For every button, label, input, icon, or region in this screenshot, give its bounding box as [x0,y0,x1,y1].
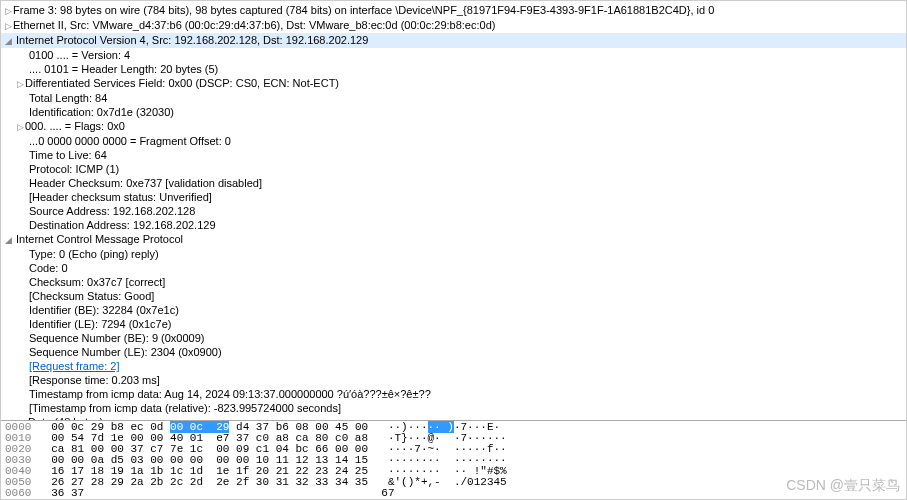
packet-details-pane[interactable]: ▷Frame 3: 98 bytes on wire (784 bits), 9… [1,1,906,421]
expand-icon[interactable]: ▷ [15,77,25,91]
ip-flags-row[interactable]: ▷000. .... = Flags: 0x0 [1,119,906,134]
eth-label: Ethernet II, Src: VMware_d4:37:b6 (00:0c… [13,19,495,31]
ip-row[interactable]: ◢ Internet Protocol Version 4, Src: 192.… [1,33,906,48]
icmp-id-le-row[interactable]: Identifier (LE): 7294 (0x1c7e) [1,317,906,331]
icmp-ts-rel-row[interactable]: [Timestamp from icmp data (relative): -8… [1,401,906,415]
ip-id-row[interactable]: Identification: 0x7d1e (32030) [1,105,906,119]
collapse-icon[interactable]: ◢ [3,34,13,48]
expand-icon[interactable]: ▷ [3,19,13,33]
hex-offset: 0060 [5,487,31,499]
icmp-seq-be-row[interactable]: Sequence Number (BE): 9 (0x0009) [1,331,906,345]
icmp-id-be-row[interactable]: Identifier (BE): 32284 (0x7e1c) [1,303,906,317]
hex-row[interactable]: 0060 36 37 67 [1,488,906,499]
ip-hlen-row[interactable]: .... 0101 = Header Length: 20 bytes (5) [1,62,906,76]
ethernet-row[interactable]: ▷Ethernet II, Src: VMware_d4:37:b6 (00:0… [1,18,906,33]
expand-icon[interactable]: ▷ [3,4,13,18]
ip-csum-status-row[interactable]: [Header checksum status: Unverified] [1,190,906,204]
ip-frag-row[interactable]: ...0 0000 0000 0000 = Fragment Offset: 0 [1,134,906,148]
request-frame-link[interactable]: [Request frame: 2] [29,360,120,372]
icmp-csum-row[interactable]: Checksum: 0x37c7 [correct] [1,275,906,289]
ip-csum-row[interactable]: Header Checksum: 0xe737 [validation disa… [1,176,906,190]
icmp-req-frame-row[interactable]: [Request frame: 2] [1,359,906,373]
expand-icon[interactable]: ▷ [15,120,25,134]
hex-dump-pane[interactable]: 0000 00 0c 29 b8 ec 0d 00 0c 29 d4 37 b6… [1,421,906,499]
icmp-row[interactable]: ◢ Internet Control Message Protocol [1,232,906,247]
icmp-code-row[interactable]: Code: 0 [1,261,906,275]
collapse-icon[interactable]: ◢ [3,233,13,247]
frame-row[interactable]: ▷Frame 3: 98 bytes on wire (784 bits), 9… [1,3,906,18]
ip-ttl-row[interactable]: Time to Live: 64 [1,148,906,162]
icmp-type-row[interactable]: Type: 0 (Echo (ping) reply) [1,247,906,261]
ip-ds-row[interactable]: ▷Differentiated Services Field: 0x00 (DS… [1,76,906,91]
icmp-seq-le-row[interactable]: Sequence Number (LE): 2304 (0x0900) [1,345,906,359]
icmp-resp-time-row[interactable]: [Response time: 0.203 ms] [1,373,906,387]
icmp-csum-status-row[interactable]: [Checksum Status: Good] [1,289,906,303]
ip-proto-row[interactable]: Protocol: ICMP (1) [1,162,906,176]
frame-label: Frame 3: 98 bytes on wire (784 bits), 98… [13,4,714,16]
icmp-label: Internet Control Message Protocol [16,233,183,245]
ip-label: Internet Protocol Version 4, Src: 192.16… [16,34,368,46]
ip-totlen-row[interactable]: Total Length: 84 [1,91,906,105]
icmp-ts-row[interactable]: Timestamp from icmp data: Aug 14, 2024 0… [1,387,906,401]
ip-version-row[interactable]: 0100 .... = Version: 4 [1,48,906,62]
ip-dst-row[interactable]: Destination Address: 192.168.202.129 [1,218,906,232]
ip-src-row[interactable]: Source Address: 192.168.202.128 [1,204,906,218]
